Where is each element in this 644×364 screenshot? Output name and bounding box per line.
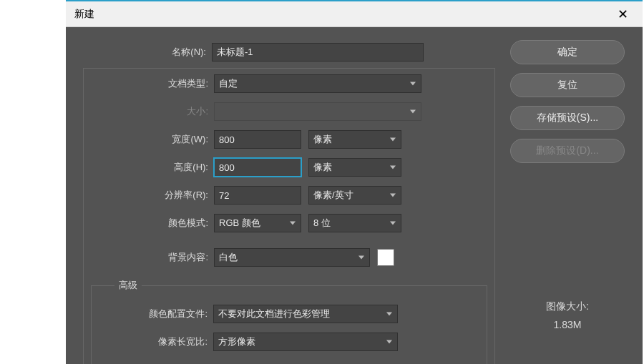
height-unit-select[interactable]: 像素 (308, 158, 401, 177)
resolution-row: 分辨率(R): 像素/英寸 (91, 183, 487, 207)
aspect-row: 像素长宽比: 方形像素 (99, 330, 479, 354)
name-label: 名称(N): (76, 46, 212, 59)
size-row: 大小: . (91, 99, 487, 124)
dialog-body: 名称(N): 文档类型: 自定 大小: . 宽度(W): (66, 27, 643, 364)
main-fieldset: 文档类型: 自定 大小: . 宽度(W): 像素 高度(H): (83, 68, 495, 364)
width-unit-select[interactable]: 像素 (308, 130, 401, 149)
reset-button[interactable]: 复位 (510, 73, 625, 97)
profile-row: 颜色配置文件: 不要对此文档进行色彩管理 (99, 302, 479, 326)
delete-preset-button: 删除预设(D)... (510, 139, 625, 163)
height-label: 高度(H): (91, 161, 214, 174)
bg-select[interactable]: 白色 (214, 248, 370, 267)
resolution-input[interactable] (214, 186, 301, 205)
colormode-row: 颜色模式: RGB 颜色 8 位 (91, 211, 487, 235)
width-input[interactable] (214, 130, 301, 149)
resolution-unit-select[interactable]: 像素/英寸 (308, 186, 401, 205)
aspect-select[interactable]: 方形像素 (213, 333, 398, 351)
doctype-label: 文档类型: (91, 77, 214, 90)
colormode-label: 颜色模式: (91, 217, 214, 230)
image-size-value: 1.83M (546, 319, 589, 330)
image-size-info: 图像大小: 1.83M (546, 300, 589, 330)
width-label: 宽度(W): (91, 133, 214, 146)
window-frame: 新建 ✕ 名称(N): 文档类型: 自定 大小: . (0, 0, 644, 364)
name-input[interactable] (212, 43, 424, 62)
bg-row: 背景内容: 白色 (91, 245, 487, 270)
profile-label: 颜色配置文件: (99, 308, 213, 320)
profile-select[interactable]: 不要对此文档进行色彩管理 (213, 305, 398, 323)
advanced-legend: 高级 (114, 279, 142, 292)
resolution-label: 分辨率(R): (91, 189, 214, 202)
ok-button[interactable]: 确定 (510, 40, 625, 64)
colormode-select[interactable]: RGB 颜色 (214, 214, 301, 232)
bg-color-swatch[interactable] (377, 249, 394, 266)
form-area: 名称(N): 文档类型: 自定 大小: . 宽度(W): (76, 40, 495, 364)
aspect-label: 像素长宽比: (99, 335, 213, 348)
size-select[interactable]: . (214, 102, 421, 121)
name-row: 名称(N): (76, 40, 495, 64)
doctype-select[interactable]: 自定 (214, 74, 421, 93)
image-size-label: 图像大小: (546, 300, 589, 313)
doctype-row: 文档类型: 自定 (91, 72, 487, 96)
height-input[interactable] (214, 158, 301, 177)
new-document-dialog: 新建 ✕ 名称(N): 文档类型: 自定 大小: . (66, 0, 643, 364)
save-preset-button[interactable]: 存储预设(S)... (510, 106, 625, 130)
titlebar: 新建 ✕ (66, 1, 643, 27)
bg-label: 背景内容: (91, 251, 214, 264)
height-row: 高度(H): 像素 (91, 155, 487, 179)
close-icon[interactable]: ✕ (612, 6, 634, 22)
width-row: 宽度(W): 像素 (91, 127, 487, 152)
dialog-title: 新建 (74, 8, 94, 21)
size-label: 大小: (91, 105, 214, 118)
advanced-fieldset: 高级 颜色配置文件: 不要对此文档进行色彩管理 像素长宽比: 方形像素 (91, 285, 487, 364)
button-column: 确定 复位 存储预设(S)... 删除预设(D)... 图像大小: 1.83M (507, 40, 628, 364)
bitdepth-select[interactable]: 8 位 (308, 214, 401, 232)
